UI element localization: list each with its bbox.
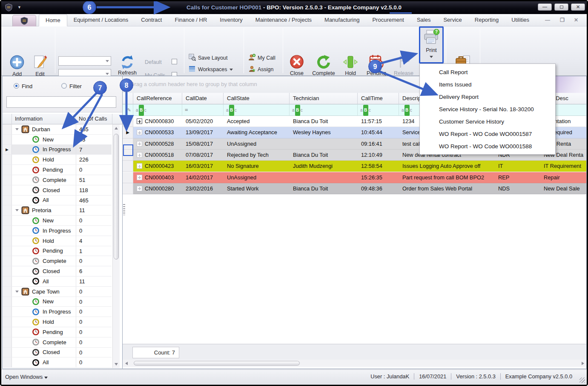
tab-service[interactable]: Service (437, 14, 468, 26)
ribbon-restore-icon[interactable]: ❐ (560, 17, 565, 23)
ribbon-minimize-icon[interactable]: — (545, 17, 550, 23)
column-header-calldate[interactable]: CallDate (182, 93, 224, 104)
tree-state-row-durban-closed[interactable]: Closed118 (3, 185, 112, 196)
column-header-callreference[interactable]: CallReference (133, 93, 182, 104)
menu-item-wo-report-wo-code-wo0001588[interactable]: WO Report - WO Code WO0001588 (420, 140, 555, 153)
tab-maintenance-projects[interactable]: Maintenance / Projects (249, 14, 318, 26)
scroll-up-icon[interactable] (115, 127, 118, 130)
tree-state-row-cape-town-closed[interactable]: Closed0 (3, 348, 112, 358)
tree-state-row-pretoria-hold[interactable]: Hold4 (3, 236, 112, 246)
expand-icon[interactable] (137, 152, 142, 158)
tab-manufacturing[interactable]: Manufacturing (318, 14, 366, 26)
close-button[interactable]: ✕ (571, 3, 585, 11)
information-column-header[interactable]: Information (12, 114, 76, 124)
assign-button[interactable]: Assign (248, 65, 274, 74)
tree-city-row-cape-town[interactable]: Cape Town0 (3, 287, 112, 297)
minimize-button[interactable]: — (538, 3, 552, 11)
menu-item-service-history-serial-no-18-30200[interactable]: Service History - Serial No. 18-30200 (420, 103, 555, 115)
workspaces-button[interactable]: Workspaces (189, 65, 233, 74)
tree-state-row-cape-town-all[interactable]: All0 (3, 357, 112, 368)
tab-procurement[interactable]: Procurement (366, 14, 410, 26)
default-checkbox[interactable] (172, 59, 177, 64)
state-combo-1[interactable] (58, 56, 111, 66)
tree-state-row-cape-town-new[interactable]: New0 (3, 297, 112, 307)
tree-vertical-scrollbar[interactable] (112, 124, 120, 368)
filter-cell-callreference[interactable]: aBc (133, 104, 182, 116)
tree-state-row-cape-town-hold[interactable]: Hold0 (3, 317, 112, 327)
menu-item-items-issued[interactable]: Items Issued (420, 78, 555, 91)
tree-state-row-pretoria-pending[interactable]: Pending1 (3, 246, 112, 256)
tab-sales[interactable]: Sales (410, 14, 437, 26)
table-row-cn0000280[interactable]: CN000028023/02/2016Started WorkBianca Du… (123, 183, 587, 194)
tab-utilities[interactable]: Utilities (505, 14, 536, 26)
tree-state-row-pretoria-closed[interactable]: Closed6 (3, 266, 112, 277)
tab-inventory[interactable]: Inventory (213, 14, 249, 26)
column-header-calltime[interactable]: CallTime (358, 93, 399, 104)
resize-grip[interactable] (579, 377, 585, 383)
tab-equipment-locations[interactable]: Equipment / Locations (67, 14, 135, 26)
search-input[interactable] (6, 96, 116, 108)
expand-icon[interactable] (137, 118, 142, 124)
filter-cell-callstate[interactable]: aBc (224, 104, 290, 116)
filter-cell-calldate[interactable]: = (182, 104, 224, 116)
scroll-left-icon[interactable] (125, 362, 128, 365)
tree-state-row-durban-pending[interactable]: Pending0 (3, 165, 112, 175)
column-header-technician[interactable]: Technician (290, 93, 358, 104)
tab-home[interactable]: Home (39, 14, 67, 26)
scroll-down-icon[interactable] (115, 363, 118, 366)
application-button[interactable] (12, 15, 36, 26)
tree-state-row-pretoria-new[interactable]: New0 (3, 216, 112, 226)
filter-radio[interactable] (61, 83, 67, 89)
print-button[interactable]: ?Print (419, 29, 444, 59)
column-header-callstate[interactable]: CallState (224, 93, 290, 104)
tree-state-row-durban-hold[interactable]: Hold226 (3, 155, 112, 165)
tree-state-row-durban-complete[interactable]: Complete51 (3, 175, 112, 185)
refresh-button[interactable]: Refresh (115, 55, 140, 76)
collapse-icon[interactable] (15, 291, 19, 293)
tree-state-row-cape-town-pending[interactable]: Pending0 (3, 327, 112, 337)
expand-icon[interactable] (137, 163, 142, 169)
hold-button[interactable]: Hold (337, 55, 364, 76)
maximize-button[interactable] (554, 3, 568, 11)
menu-item-wo-report-wo-code-wo0001587[interactable]: WO Report - WO Code WO0001587 (420, 128, 555, 140)
tree-state-row-pretoria-in-progress[interactable]: In Progress0 (3, 226, 112, 236)
ribbon-close-icon[interactable]: ✕ (574, 17, 578, 23)
expand-icon[interactable] (137, 130, 142, 135)
scroll-right-icon[interactable] (582, 362, 584, 365)
tab-reporting[interactable]: Reporting (468, 14, 505, 26)
tree-city-row-durban[interactable]: Durban465 (3, 124, 112, 135)
tree-state-row-cape-town-complete[interactable]: Complete0 (3, 337, 112, 348)
collapse-icon[interactable] (15, 128, 19, 130)
table-row-cn0000423[interactable]: CN000042316/03/2017No SignatureJudith Mu… (123, 161, 587, 172)
collapse-icon[interactable] (15, 209, 19, 211)
my-call-button[interactable]: My Call (248, 54, 275, 62)
close-button[interactable]: Close (284, 55, 310, 76)
no-of-calls-column-header[interactable]: No Of Calls (76, 114, 112, 124)
grid-horizontal-scrollbar[interactable] (123, 360, 587, 367)
menu-item-delivery-report[interactable]: Delivery Report (420, 91, 555, 103)
menu-item-call-report[interactable]: Call Report (420, 66, 555, 78)
tree-state-row-cape-town-in-progress[interactable]: In Progress0 (3, 307, 112, 317)
complete-button[interactable]: Complete (310, 55, 337, 76)
tree-city-row-pretoria[interactable]: Pretoria11 (3, 205, 112, 216)
tree-state-row-durban-new[interactable]: New63 (3, 135, 112, 145)
expand-icon[interactable] (137, 141, 142, 147)
edit-button[interactable]: Edit (28, 55, 52, 77)
tree-state-row-durban-all[interactable]: All465 (3, 196, 112, 206)
filter-cell-technician[interactable]: aBc (290, 104, 358, 116)
save-layout-button[interactable]: Save Layout (189, 54, 228, 62)
menu-item-customer-service-history[interactable]: Customer Service History (420, 115, 555, 128)
expand-icon[interactable] (137, 175, 142, 180)
tab-contract[interactable]: Contract (135, 14, 168, 26)
splitter-handle[interactable] (123, 204, 125, 215)
table-row-cn0000403[interactable]: CN000040314/02/2017UnAssigned15:26:35Par… (123, 172, 587, 183)
tree-state-row-pretoria-complete[interactable]: Complete0 (3, 256, 112, 266)
tab-finance-hr[interactable]: Finance / HR (168, 14, 213, 26)
tree-scrollbar-thumb[interactable] (114, 134, 119, 259)
tree-state-row-durban-in-progress[interactable]: ▶In Progress7 (3, 145, 112, 155)
grid-scrollbar-thumb[interactable] (134, 361, 300, 366)
expand-icon[interactable] (137, 186, 142, 191)
tree-state-row-pretoria-all[interactable]: All11 (3, 277, 112, 287)
open-windows-button[interactable]: Open Windows (5, 374, 48, 380)
filter-cell-calltime[interactable]: aBc (358, 104, 399, 116)
